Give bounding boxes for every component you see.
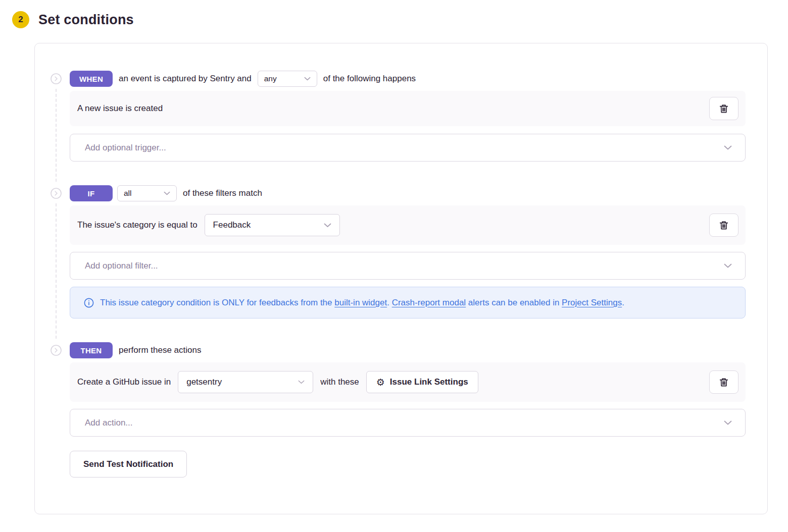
then-section: THEN perform these actions Create a GitH… [35,342,746,477]
when-header: WHEN an event is captured by Sentry and … [70,71,746,87]
action-row: Create a GitHub issue in getsentry with … [70,362,746,402]
delete-action-button[interactable] [709,370,738,394]
chevron-right-circle-icon [51,188,62,199]
if-match-select[interactable]: all [117,185,177,201]
alert-text: alerts can be enabled in [466,298,562,307]
trash-icon [719,104,728,114]
chevron-down-icon [298,380,305,384]
filter-category-select[interactable]: Feedback [205,214,340,236]
if-section: IF all of these filters match The issue'… [35,185,746,318]
action-text-mid: with these [320,377,359,387]
if-label-after: of these filters match [181,188,264,198]
issue-link-settings-label: Issue Link Settings [390,377,468,387]
if-badge: IF [70,185,113,201]
info-alert: This issue category condition is ONLY fo… [70,287,746,318]
issue-link-settings-button[interactable]: ⚙︎ Issue Link Settings [366,371,478,393]
filter-text: The issue's category is equal to [77,220,198,230]
then-label-after: perform these actions [117,345,203,355]
when-badge: WHEN [70,71,113,87]
filter-row: The issue's category is equal to Feedbac… [70,205,746,245]
add-filter-select[interactable]: Add optional filter... [70,252,746,280]
crash-report-modal-link[interactable]: Crash-report modal [392,298,466,307]
trigger-row: A new issue is created [70,91,746,126]
conditions-panel: WHEN an event is captured by Sentry and … [34,43,768,514]
when-match-select[interactable]: any [258,71,317,87]
chevron-down-icon [724,263,732,268]
chevron-down-icon [164,191,170,195]
chevron-down-icon [304,77,311,81]
add-trigger-select[interactable]: Add optional trigger... [70,134,746,162]
then-header: THEN perform these actions [70,342,746,358]
alert-text: . [622,298,624,307]
add-trigger-placeholder: Add optional trigger... [85,143,166,153]
step-number-badge: 2 [12,11,29,28]
trash-icon [719,378,728,387]
step-header: 2 Set conditions [12,11,776,28]
filter-category-value: Feedback [213,220,251,230]
when-section: WHEN an event is captured by Sentry and … [35,71,746,162]
info-icon [84,298,94,308]
trigger-text: A new issue is created [77,103,163,114]
when-label-after: of the following happens [322,74,417,84]
chevron-right-circle-icon [51,73,62,84]
delete-trigger-button[interactable] [709,97,738,120]
gear-icon: ⚙︎ [376,378,385,387]
when-match-value: any [264,74,277,83]
if-match-value: all [124,189,132,198]
alert-text: . [387,298,391,307]
trash-icon [719,221,728,230]
page: 2 Set conditions WHEN an event is captur… [0,0,788,525]
add-action-placeholder: Add action... [85,418,133,428]
then-badge: THEN [70,342,113,358]
action-repo-select[interactable]: getsentry [178,371,313,393]
if-header: IF all of these filters match [70,185,746,201]
add-filter-placeholder: Add optional filter... [85,261,158,271]
info-alert-text: This issue category condition is ONLY fo… [100,295,624,310]
project-settings-link[interactable]: Project Settings [562,298,622,307]
action-text-before: Create a GitHub issue in [77,377,171,387]
chevron-down-icon [324,223,331,228]
chevron-down-icon [724,145,732,150]
when-label-before: an event is captured by Sentry and [117,74,253,84]
chevron-down-icon [724,420,732,425]
add-action-select[interactable]: Add action... [70,409,746,437]
chevron-right-circle-icon [51,345,62,356]
action-repo-value: getsentry [186,377,222,387]
alert-text: This issue category condition is ONLY fo… [100,298,334,307]
built-in-widget-link[interactable]: built-in widget [334,298,387,307]
page-title: Set conditions [38,12,134,28]
delete-filter-button[interactable] [709,214,738,237]
send-test-notification-button[interactable]: Send Test Notification [70,451,187,477]
